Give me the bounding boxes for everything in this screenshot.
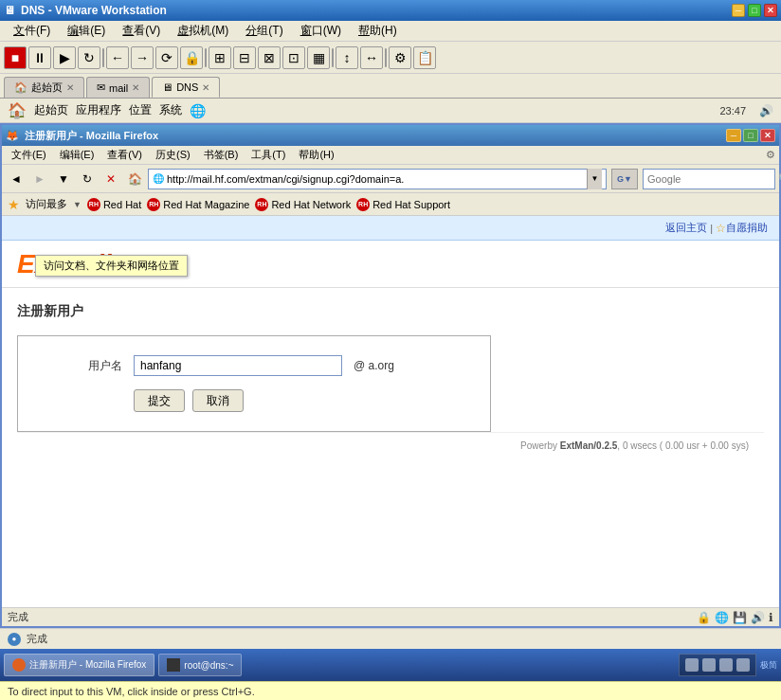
nav-reload-button[interactable]: ↻ <box>77 169 98 189</box>
toolbar-btn9[interactable]: ▦ <box>307 46 330 69</box>
menu-vm[interactable]: 虚拟机(M) <box>170 21 236 41</box>
menu-view[interactable]: 查看(V) <box>115 21 168 41</box>
taskbar-right: 极简 <box>679 654 777 676</box>
ff-network-icon: 🌐 <box>715 611 729 624</box>
volume-icon[interactable]: 🔊 <box>759 104 773 117</box>
toolbar-btn7[interactable]: ⊠ <box>258 46 281 69</box>
menu-group[interactable]: 分组(T) <box>238 21 290 41</box>
toolbar-btn11[interactable]: ↔ <box>360 46 383 69</box>
maximize-button[interactable]: □ <box>748 4 761 17</box>
home-tab-close[interactable]: ✕ <box>66 82 74 93</box>
taskbar: 注册新用户 - Mozilla Firefox root@dns:~ 极简 <box>0 649 781 681</box>
search-input[interactable] <box>647 173 778 185</box>
topbar-divider: | <box>710 223 713 234</box>
ff-settings-icon[interactable]: ⚙ <box>766 149 775 161</box>
firefox-title: 注册新用户 - Mozilla Firefox <box>25 129 158 143</box>
bookmark-redhat-network[interactable]: RH Red Hat Network <box>255 198 351 211</box>
vmware-statusbar: ● 完成 <box>0 628 781 649</box>
bookmark-redhat-network-label: Red Hat Network <box>271 199 351 210</box>
home-icon[interactable]: 🏠 <box>8 101 27 119</box>
toolbar-pause[interactable]: ⏸ <box>28 46 51 69</box>
g-button[interactable]: G▼ <box>611 169 638 189</box>
ff-menu-help[interactable]: 帮助(H) <box>293 147 339 163</box>
vmware-title: DNS - VMware Workstation <box>21 4 167 17</box>
nav-back-button[interactable]: ◄ <box>6 169 27 189</box>
nav-home-button[interactable]: 🏠 <box>124 169 145 189</box>
ff-menu-file[interactable]: 文件(E) <box>6 147 52 163</box>
ff-menu-view[interactable]: 查看(V) <box>101 147 148 163</box>
vmware-titlebar: 🖥 DNS - VMware Workstation ─ □ ✕ <box>0 0 781 21</box>
toolbar-btn8[interactable]: ⊡ <box>282 46 305 69</box>
taskbar-firefox[interactable]: 注册新用户 - Mozilla Firefox <box>4 654 154 676</box>
toolbar-fwd[interactable]: → <box>131 46 154 69</box>
bookmarks-star-icon: ★ <box>8 197 20 212</box>
home-link[interactable]: 起始页 <box>34 102 68 118</box>
topbar-home-link[interactable]: 返回主页 <box>665 221 707 235</box>
toolbar-play[interactable]: ▶ <box>53 46 76 69</box>
toolbar-btn6[interactable]: ⊟ <box>233 46 256 69</box>
toolbar-btn4[interactable]: 🔒 <box>180 46 203 69</box>
tab-home[interactable]: 🏠 起始页 ✕ <box>4 77 84 98</box>
topbar-volunteer-link[interactable]: 自愿捐助 <box>726 221 768 235</box>
ff-menu-edit[interactable]: 编辑(E) <box>54 147 100 163</box>
nav-forward-button[interactable]: ► <box>29 169 50 189</box>
form-buttons: 提交 取消 <box>134 389 462 412</box>
apps-menu[interactable]: 应用程序 <box>76 102 121 118</box>
bookmark-redhat[interactable]: RH Red Hat <box>87 198 141 211</box>
sys-icon-1 <box>685 658 699 672</box>
username-input[interactable] <box>134 355 342 376</box>
toolbar-btn13[interactable]: 📋 <box>413 46 436 69</box>
toolbar-btn3[interactable]: ⟳ <box>155 46 178 69</box>
vmware-menubar: 文件(F) 编辑(E) 查看(V) 虚拟机(M) 分组(T) 窗口(W) 帮助(… <box>0 21 781 42</box>
close-button[interactable]: ✕ <box>764 4 777 17</box>
bookmark-redhat-magazine[interactable]: RH Red Hat Magazine <box>147 198 249 211</box>
menu-file[interactable]: 文件(F) <box>6 21 58 41</box>
system-menu[interactable]: 系统 <box>159 102 182 118</box>
toolbar-reset[interactable]: ↻ <box>78 46 100 69</box>
toolbar-stop[interactable]: ■ <box>4 46 27 69</box>
ff-menu-bookmarks[interactable]: 书签(B) <box>198 147 245 163</box>
ff-menu-tools[interactable]: 工具(T) <box>245 147 291 163</box>
tab-dns[interactable]: 🖥 DNS ✕ <box>152 77 220 98</box>
ff-maximize-button[interactable]: □ <box>743 129 758 142</box>
toolbar-btn5[interactable]: ⊞ <box>209 46 231 69</box>
redhat-icon: RH <box>87 198 100 211</box>
clock-display: 23:47 <box>719 105 746 117</box>
ff-minimize-button[interactable]: ─ <box>726 129 741 142</box>
taskbar-terminal[interactable]: root@dns:~ <box>158 654 242 676</box>
url-arrow-button[interactable]: ▼ <box>587 169 602 189</box>
position-menu[interactable]: 位置 <box>129 102 152 118</box>
toolbar-back[interactable]: ← <box>106 46 129 69</box>
form-box: 用户名 @ a.org 提交 取消 <box>17 335 491 432</box>
hint-text: To direct input to this VM, click inside… <box>8 686 255 697</box>
tab-mail[interactable]: ✉ mail ✕ <box>86 77 150 98</box>
dns-tab-close[interactable]: ✕ <box>202 82 209 93</box>
menu-window[interactable]: 窗口(W) <box>293 21 349 41</box>
toolbar-separator3 <box>332 48 334 67</box>
toolbar-separator4 <box>385 48 387 67</box>
mail-tab-close[interactable]: ✕ <box>132 82 139 93</box>
nav-dropdown-button[interactable]: ▼ <box>53 169 74 189</box>
cancel-button[interactable]: 取消 <box>192 389 244 412</box>
network-icon[interactable]: 🌐 <box>190 103 206 118</box>
firefox-menubar: 文件(E) 编辑(E) 查看(V) 历史(S) 书签(B) 工具(T) 帮助(H… <box>2 146 779 165</box>
bookmarks-arrow-icon[interactable]: ▼ <box>73 200 82 209</box>
nav-stop-button[interactable]: ✕ <box>100 169 121 189</box>
menu-help[interactable]: 帮助(H) <box>351 21 405 41</box>
toolbar-btn10[interactable]: ↕ <box>336 46 358 69</box>
menu-edit[interactable]: 编辑(E) <box>60 21 113 41</box>
footer-text: Powerby ExtMan/0.2.5, 0 wsecs ( 0.00 usr… <box>520 440 749 451</box>
bookmark-redhat-support[interactable]: RH Red Hat Support <box>356 198 450 211</box>
sys-icon-4 <box>736 658 750 672</box>
status-indicator: ● <box>8 633 21 646</box>
minimize-button[interactable]: ─ <box>732 4 745 17</box>
bookmarks-label[interactable]: 访问最多 <box>26 197 67 211</box>
toolbar-btn12[interactable]: ⚙ <box>389 46 411 69</box>
username-label: 用户名 <box>46 358 122 374</box>
ff-close-button[interactable]: ✕ <box>760 129 775 142</box>
ff-menu-history[interactable]: 历史(S) <box>150 147 196 163</box>
dns-tab-icon: 🖥 <box>162 81 173 93</box>
mail-tab-label: mail <box>109 82 128 94</box>
submit-button[interactable]: 提交 <box>134 389 185 412</box>
url-input[interactable] <box>167 173 587 185</box>
